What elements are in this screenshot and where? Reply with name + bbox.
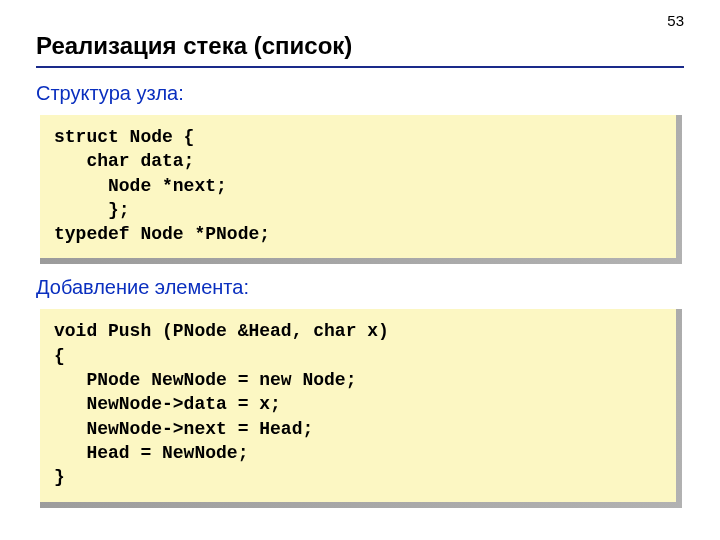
code-block-structure: struct Node { char data; Node *next; }; … — [40, 115, 676, 258]
page-number: 53 — [667, 12, 684, 29]
title-rule — [36, 66, 684, 68]
section-heading-structure: Структура узла: — [36, 82, 684, 105]
code-block-wrapper-2: void Push (PNode &Head, char x) { PNode … — [40, 309, 682, 507]
code-block-wrapper-1: struct Node { char data; Node *next; }; … — [40, 115, 682, 264]
code-block-push: void Push (PNode &Head, char x) { PNode … — [40, 309, 676, 501]
section-heading-add-element: Добавление элемента: — [36, 276, 684, 299]
page-title: Реализация стека (список) — [36, 32, 684, 60]
